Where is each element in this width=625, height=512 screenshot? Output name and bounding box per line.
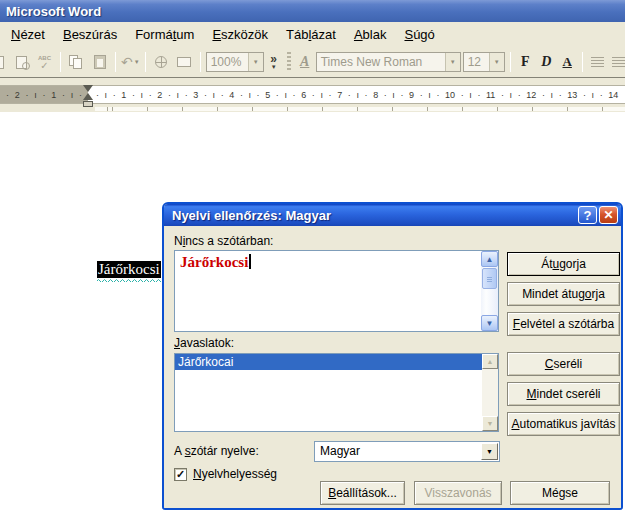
help-button[interactable]: ? (578, 206, 597, 224)
undo-button[interactable]: ↶ ▼ (121, 55, 140, 69)
paste-icon[interactable] (89, 52, 110, 73)
ruler-left-ticks: ·2·ı·1·ı· (6, 86, 82, 103)
suggestions-scrollbar[interactable]: ▲ ▼ (482, 354, 498, 431)
suggestions-listbox[interactable]: Járőrkocai ▲ ▼ (174, 353, 499, 432)
not-in-dictionary-label: Nincs a szótárban: (174, 234, 273, 248)
zoom-dropdown-icon[interactable]: ▼ (248, 53, 263, 71)
spelling-dialog: Nyelvi ellenőrzés: Magyar ? ✕ Nincs a sz… (162, 202, 623, 510)
close-icon[interactable]: ✕ (599, 206, 618, 224)
menu-tablazat[interactable]: Táblázat (277, 25, 345, 44)
window-title: Microsoft Word (6, 4, 101, 19)
options-button[interactable]: Beállítások... (320, 481, 405, 505)
chevron-down-icon[interactable]: ▼ (481, 443, 498, 460)
toolbar-separator (200, 52, 201, 72)
suggestion-item-selected[interactable]: Járőrkocai (175, 354, 482, 370)
horizontal-ruler: ·2·ı·1·ı· ·ı·1·ı·2·ı·3·ı·4·ı·5·ı·6·ı·7·ı… (0, 85, 625, 104)
ignore-all-button[interactable]: Mindet átugorja (507, 282, 620, 306)
menu-beszuras[interactable]: Beszúrás (54, 25, 126, 44)
font-size-combo[interactable]: 12 ▼ (463, 52, 505, 72)
cancel-button[interactable]: Mégse (510, 481, 610, 505)
spellcheck-squiggle (97, 278, 163, 282)
tables-borders-icon[interactable] (174, 52, 195, 73)
window-titlebar: Microsoft Word (0, 0, 625, 22)
dictionary-language-label: A szótár nyelve: (174, 441, 259, 462)
scrollbar-thumb[interactable] (482, 268, 497, 289)
scroll-down-icon[interactable]: ▼ (482, 416, 498, 431)
toolbar-separator (510, 52, 511, 72)
change-all-button[interactable]: Mindet cseréli (507, 382, 620, 406)
toolbar-separator (60, 52, 61, 72)
italic-button[interactable]: D (537, 54, 556, 70)
toolbar-drag-handle[interactable] (287, 52, 291, 72)
grammar-checkbox-row[interactable]: ✓ Nyelvhelyesség (174, 467, 277, 481)
chevron-down-icon: ▼ (271, 64, 277, 70)
toolbar-options-button[interactable]: » ▼ (266, 54, 282, 70)
menu-formatum[interactable]: Formátum (126, 25, 203, 44)
selected-text[interactable]: Járőrkocsi (97, 261, 161, 278)
menu-bar: Nézet Beszúrás Formátum Eszközök Tábláza… (0, 22, 625, 47)
selected-word-wrap: Járőrkocsi (97, 260, 163, 282)
dialog-body: Nincs a szótárban: Járőrkocsi ▲ ▼ Javasl… (164, 226, 621, 510)
ruler-zone: ·2·ı·1·ı· ·ı·1·ı·2·ı·3·ı·4·ı·5·ı·6·ı·7·ı… (0, 78, 625, 112)
dialog-titlebar[interactable]: Nyelvi ellenőrzés: Magyar ? ✕ (164, 204, 621, 226)
undo-icon: ↶ (121, 55, 133, 69)
font-name-combo[interactable]: Times New Roman ▼ (316, 52, 461, 72)
size-dropdown-icon[interactable]: ▼ (489, 53, 504, 71)
add-to-dictionary-button[interactable]: Felvétel a szótárba (507, 312, 620, 336)
scroll-up-icon[interactable]: ▲ (481, 251, 498, 267)
scroll-up-icon[interactable]: ▲ (482, 354, 498, 369)
menu-sugo[interactable]: Súgó (395, 25, 443, 44)
undo-edit-button: Visszavonás (414, 481, 502, 505)
align-justify-icon[interactable] (612, 57, 625, 67)
font-size-value: 12 (468, 55, 481, 69)
suggestions-label: Javaslatok: (174, 336, 234, 350)
dictionary-language-value: Magyar (320, 442, 360, 461)
scroll-down-icon[interactable]: ▼ (481, 315, 498, 331)
tab-stop-strip[interactable] (95, 107, 625, 111)
undo-dropdown-icon[interactable]: ▼ (134, 59, 140, 65)
misspelled-word: Járőrkocsi (180, 254, 251, 271)
ignore-button[interactable]: Átugorja (507, 252, 620, 276)
indent-marker[interactable] (82, 85, 94, 106)
zoom-combo[interactable]: 100% ▼ (206, 52, 264, 72)
hyperlink-icon[interactable] (151, 52, 172, 73)
copy-icon[interactable] (66, 52, 87, 73)
autocorrect-button[interactable]: Automatikus javítás (507, 412, 620, 436)
textbox-scrollbar[interactable]: ▲ ▼ (481, 251, 498, 331)
styles-formatting-icon[interactable]: A (296, 54, 314, 70)
microsoft-word-window: Microsoft Word Nézet Beszúrás Formátum E… (0, 0, 625, 512)
dialog-title: Nyelvi ellenőrzés: Magyar (172, 208, 576, 223)
bold-button[interactable]: F (516, 54, 535, 70)
print-preview-icon[interactable] (11, 52, 32, 73)
menu-eszkozok[interactable]: Eszközök (203, 25, 277, 44)
font-name-value: Times New Roman (321, 55, 423, 69)
align-left-icon[interactable] (591, 57, 604, 67)
grammar-checkbox-label: Nyelvhelyesség (193, 467, 277, 481)
text-caret (249, 254, 251, 269)
zoom-value: 100% (211, 55, 242, 69)
toolbar: ABC ✓ ↶ ▼ 100% ▼ » ▼ A Times New Roman ▼ (0, 47, 625, 78)
ruler-main-ticks: ·ı·1·ı·2·ı·3·ı·4·ı·5·ı·6·ı·7·ı·8·ı·9·ı·1… (96, 86, 619, 103)
menu-ablak[interactable]: Ablak (345, 25, 396, 44)
toolbar-separator (582, 52, 583, 72)
toolbar-separator (115, 52, 116, 72)
underline-button[interactable]: A (558, 54, 577, 70)
print-icon[interactable] (0, 52, 9, 73)
grammar-checkbox[interactable]: ✓ (174, 468, 187, 481)
menu-nezet[interactable]: Nézet (2, 25, 54, 44)
dictionary-language-dropdown[interactable]: Magyar ▼ (314, 441, 500, 462)
not-in-dictionary-textbox[interactable]: Járőrkocsi ▲ ▼ (174, 250, 499, 332)
spelling-grammar-icon[interactable]: ABC ✓ (34, 52, 55, 73)
change-button[interactable]: Cseréli (507, 352, 620, 376)
font-dropdown-icon[interactable]: ▼ (445, 53, 460, 71)
toolbar-separator (145, 52, 146, 72)
